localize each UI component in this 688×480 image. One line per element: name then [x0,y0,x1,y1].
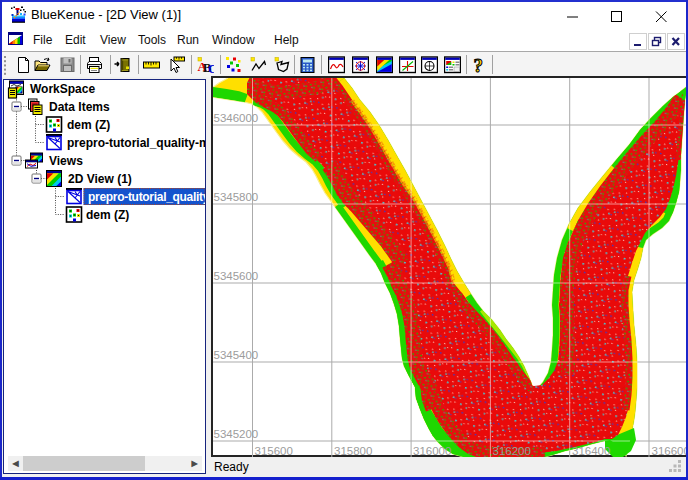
svg-text:5346000: 5346000 [214,112,259,124]
svg-text:316200: 316200 [493,445,531,457]
svg-text:315800: 315800 [334,445,372,457]
svg-text:5345200: 5345200 [214,428,259,440]
svg-text:5345800: 5345800 [214,191,259,203]
svg-text:316400: 316400 [572,445,610,457]
svg-text:5345400: 5345400 [214,349,259,361]
svg-text:316000: 316000 [413,445,451,457]
svg-text:?: ? [473,56,483,74]
svg-text:5345600: 5345600 [214,270,259,282]
svg-text:C: C [208,61,214,75]
svg-text:316600: 316600 [652,445,688,457]
svg-text:315600: 315600 [255,445,293,457]
